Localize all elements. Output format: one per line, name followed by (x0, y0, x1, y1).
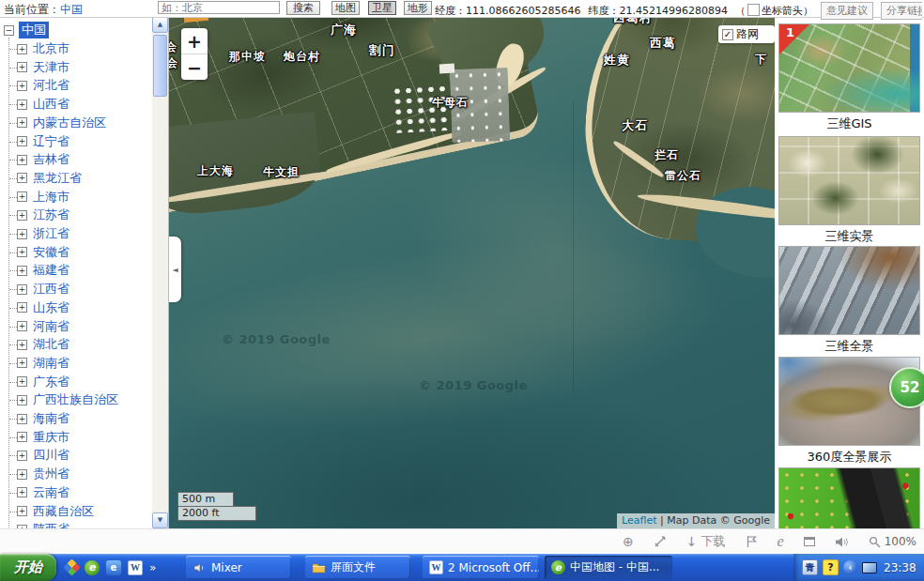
pinwheel-launcher-icon[interactable] (63, 558, 80, 575)
province-label[interactable]: 广西壮族自治区 (33, 391, 118, 408)
sidebar-item-province[interactable]: +广西壮族自治区 (17, 390, 118, 409)
expand-plus-icon[interactable]: + (17, 99, 27, 110)
sidebar-item-province[interactable]: +北京市 (17, 39, 69, 58)
province-label[interactable]: 福建省 (33, 262, 69, 279)
gallery-label[interactable]: 三维GIS (778, 115, 920, 132)
expand-plus-icon[interactable]: + (17, 155, 27, 165)
expand-plus-icon[interactable]: + (17, 44, 27, 54)
province-label[interactable]: 山西省 (33, 96, 69, 113)
sidebar-item-province[interactable]: +山西省 (17, 95, 69, 114)
sidebar-item-province[interactable]: +重庆市 (17, 428, 69, 447)
flag-icon[interactable] (746, 535, 758, 548)
sidebar-item-province[interactable]: +河南省 (17, 317, 69, 336)
province-label[interactable]: 江苏省 (33, 206, 69, 223)
sidebar-scrollbar[interactable]: ▲ ▼ (152, 17, 168, 528)
green-browser-icon[interactable]: e (85, 560, 100, 575)
expand-plus-icon[interactable]: + (17, 173, 27, 183)
coord-arrow-checkbox[interactable] (747, 4, 760, 16)
terrain-mode-button[interactable]: 地形 (404, 1, 432, 15)
scroll-down-icon[interactable]: ▼ (152, 512, 168, 528)
speaker-icon[interactable] (835, 536, 849, 548)
download-control[interactable]: ↓下载 (686, 533, 726, 550)
scroll-up-icon[interactable]: ▲ (152, 17, 168, 33)
tree-root-china[interactable]: − 中国 (4, 21, 49, 39)
province-label[interactable]: 云南省 (33, 484, 69, 501)
sidebar-collapse-handle[interactable]: ◄ (169, 237, 181, 302)
sidebar-item-province[interactable]: +山东省 (17, 298, 69, 317)
tray-help-icon[interactable]: ? (823, 559, 839, 575)
gallery-label[interactable]: 360度全景展示 (778, 449, 920, 466)
sidebar-item-province[interactable]: +浙江省 (17, 224, 69, 243)
province-label[interactable]: 湖南省 (33, 355, 69, 372)
gallery-item-pcb[interactable] (778, 467, 920, 528)
sidebar-item-province[interactable]: +黑龙江省 (17, 169, 82, 188)
sidebar-item-province[interactable]: +江苏省 (17, 206, 69, 224)
expand-plus-icon[interactable]: + (17, 487, 27, 497)
sidebar-item-province[interactable]: +贵州省 (17, 465, 69, 483)
gallery-item-3d-gis[interactable]: 1 三维GIS (778, 23, 920, 132)
expand-plus-icon[interactable]: + (17, 302, 27, 313)
province-label[interactable]: 浙江省 (33, 225, 69, 242)
province-label[interactable]: 上海市 (33, 189, 69, 206)
province-label[interactable]: 重庆市 (33, 429, 69, 446)
sidebar-item-province[interactable]: +四川省 (17, 446, 69, 465)
province-label[interactable]: 海南省 (33, 410, 69, 427)
rocket-icon[interactable] (654, 535, 667, 548)
page-zoom-control[interactable]: 100% (869, 535, 916, 548)
task-button-folder[interactable]: 屏面文件 (305, 556, 410, 579)
start-button[interactable]: 开始 (0, 554, 56, 581)
satellite-mode-button[interactable]: 卫星 (368, 1, 396, 15)
task-button-office-group[interactable]: W 2 Microsoft Off... ▼ (423, 556, 539, 579)
expand-plus-icon[interactable]: + (17, 432, 27, 442)
zoom-out-button[interactable]: − (181, 54, 208, 80)
sidebar-item-province[interactable]: +湖北省 (17, 335, 69, 354)
province-label[interactable]: 江西省 (33, 281, 69, 298)
zoom-percentage[interactable]: 100% (885, 535, 916, 548)
sidebar-item-province[interactable]: +河北省 (17, 76, 69, 95)
province-label[interactable]: 贵州省 (33, 466, 69, 482)
province-label[interactable]: 内蒙古自治区 (33, 115, 106, 131)
road-network-toggle[interactable]: ✓ 路网 (718, 25, 775, 43)
province-label[interactable]: 陕西省 (33, 521, 69, 528)
restore-window-icon[interactable] (804, 537, 815, 546)
search-input[interactable] (158, 1, 280, 14)
count-badge[interactable]: 52 (889, 367, 924, 408)
thumbnail-3d-pano[interactable] (778, 246, 920, 335)
province-label[interactable]: 山东省 (33, 299, 69, 316)
tray-network-monitor-icon[interactable] (862, 562, 877, 573)
province-label[interactable]: 天津市 (33, 59, 69, 76)
expand-plus-icon[interactable]: + (17, 376, 27, 387)
province-label[interactable]: 安徽省 (33, 244, 69, 261)
collapse-minus-icon[interactable]: − (4, 25, 14, 36)
circle-plus-icon[interactable]: ⊕ (623, 534, 634, 549)
quick-launch-overflow-chevron[interactable]: » (149, 561, 156, 574)
word-launcher-icon[interactable]: W (128, 560, 143, 575)
sidebar-item-province[interactable]: +福建省 (17, 261, 69, 280)
task-button-mixer[interactable]: Mixer (186, 556, 291, 579)
scrollbar-thumb[interactable] (153, 35, 167, 97)
sidebar-item-province[interactable]: +上海市 (17, 188, 69, 206)
sidebar-item-province[interactable]: +广东省 (17, 373, 69, 391)
gallery-label[interactable]: 三维实景 (778, 228, 920, 245)
expand-plus-icon[interactable]: + (17, 247, 27, 257)
expand-plus-icon[interactable]: + (17, 321, 27, 331)
expand-plus-icon[interactable]: + (17, 414, 27, 424)
leaflet-link[interactable]: Leaflet (622, 514, 656, 527)
expand-plus-icon[interactable]: + (17, 340, 27, 350)
thumbnail-3d-real[interactable] (778, 136, 920, 225)
expand-plus-icon[interactable]: + (17, 395, 27, 405)
expand-plus-icon[interactable]: + (17, 451, 27, 461)
road-network-checkbox[interactable]: ✓ (722, 29, 733, 40)
gallery-label[interactable]: 三维全景 (778, 338, 920, 355)
ie-launcher-icon[interactable]: e (106, 560, 121, 575)
tray-collapse-icon[interactable]: ‹ (843, 560, 857, 574)
tray-app-icon[interactable]: 青 (802, 559, 818, 575)
expand-plus-icon[interactable]: + (17, 266, 27, 276)
expand-plus-icon[interactable]: + (17, 136, 27, 146)
feedback-button[interactable]: 意见建议 (821, 2, 873, 20)
thumbnail-360-pano[interactable]: 52 (778, 357, 920, 446)
sidebar-item-province[interactable]: +陕西省 (17, 520, 69, 528)
thumbnail-3d-gis[interactable]: 1 (778, 23, 920, 113)
tree-root-label[interactable]: 中国 (19, 22, 49, 38)
expand-plus-icon[interactable]: + (17, 284, 27, 295)
